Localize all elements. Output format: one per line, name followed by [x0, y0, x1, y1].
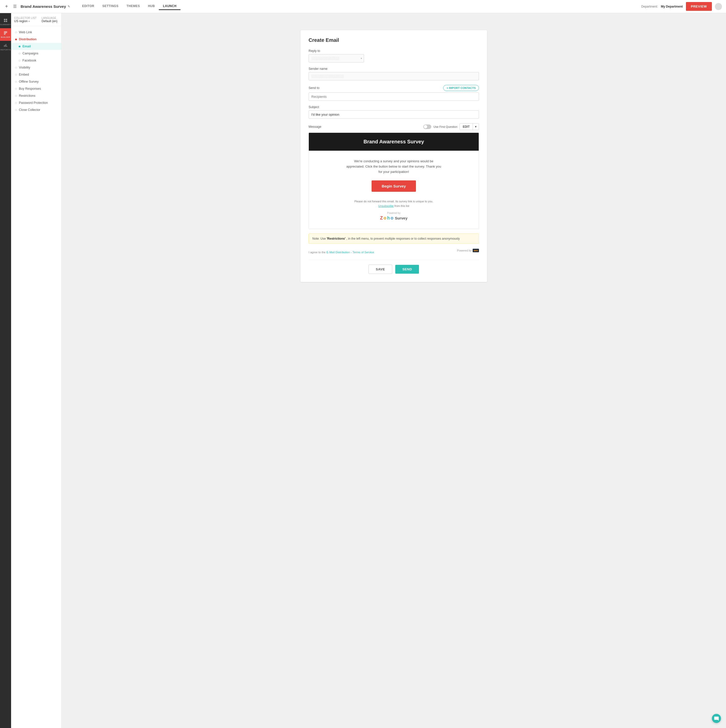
- send-to-group: Send to + IMPORT CONTACTS: [309, 85, 479, 101]
- svg-rect-0: [4, 19, 5, 20]
- nav-dot-embed: [15, 74, 17, 76]
- note-prefix: Note: Use: [312, 237, 327, 240]
- note-suffix: , in the left menu, to prevent multiple …: [346, 237, 460, 240]
- nav-dot-facebook: [18, 60, 20, 61]
- nav-dot-campaigns: [18, 53, 20, 54]
- svg-rect-3: [6, 21, 7, 22]
- collector-list-label: Collector List: [14, 17, 37, 19]
- reply-to-label: Reply to: [309, 49, 479, 53]
- edit-button-group: EDIT ▾: [459, 123, 479, 130]
- left-nav: Collector List US region ▾ Language Defa…: [11, 13, 61, 728]
- send-button[interactable]: SEND: [395, 265, 419, 274]
- note-highlight: 'Restrictions': [327, 237, 346, 240]
- powered-by-text: Powered by: [315, 212, 473, 214]
- survey-title: Brand Awareness Survey ✎: [21, 4, 70, 9]
- nav-dot-web-link: [15, 32, 17, 33]
- use-first-question-toggle[interactable]: [423, 124, 431, 129]
- nav-item-embed[interactable]: Embed: [11, 71, 61, 78]
- dept-value[interactable]: My Department: [661, 5, 683, 8]
- tos-footer: I agree to the E-Mail Distribution - Ter…: [309, 247, 479, 254]
- tos-prefix: I agree to the: [309, 251, 326, 254]
- tab-editor[interactable]: EDITOR: [78, 3, 98, 10]
- collector-list-field: Collector List US region ▾: [14, 17, 37, 23]
- reply-to-input[interactable]: [309, 54, 364, 63]
- language-field: Language Default (en): [41, 17, 57, 23]
- edit-message-dropdown[interactable]: ▾: [473, 124, 479, 130]
- nav-dot-email: [18, 46, 20, 47]
- tab-settings[interactable]: SETTINGS: [98, 3, 123, 10]
- send-to-header: Send to + IMPORT CONTACTS: [309, 85, 479, 91]
- sender-name-group: Sender name: [309, 67, 479, 80]
- tab-launch[interactable]: LAUNCH: [159, 3, 181, 10]
- tos-link[interactable]: E-Mail Distribution - Terms of Service: [326, 251, 374, 254]
- top-bar-left: + ☰ Brand Awareness Survey ✎ EDITOR SETT…: [4, 3, 641, 10]
- nav-item-facebook[interactable]: Facebook: [11, 57, 61, 64]
- recipients-input[interactable]: [309, 92, 479, 101]
- avatar[interactable]: [715, 3, 722, 10]
- nav-dot-visibility: [15, 67, 17, 69]
- tab-hub[interactable]: HUB: [144, 3, 159, 10]
- form-title: Create Email: [309, 37, 479, 43]
- message-header-right: Use First Question EDIT ▾: [423, 123, 479, 130]
- nav-dot-buy-responses: [15, 88, 17, 90]
- sidebar-item-builder[interactable]: BUILDER: [0, 28, 11, 41]
- subject-group: Subject: [309, 106, 479, 119]
- nav-item-restrictions[interactable]: Restrictions: [11, 92, 61, 99]
- sender-name-input[interactable]: [309, 72, 479, 80]
- import-contacts-button[interactable]: + IMPORT CONTACTS: [443, 85, 479, 91]
- zoho-logo: Z o h o Survey: [315, 216, 473, 221]
- sidebar-icons: SUMMARY BUILDER REPORTS: [0, 13, 11, 728]
- create-email-form: Create Email Reply to ▾ Sender name Send…: [300, 30, 487, 282]
- powered-by-aws-label: Powered by: [457, 249, 472, 252]
- nav-item-email[interactable]: Email: [11, 43, 61, 50]
- dept-label: Department:: [641, 5, 658, 8]
- email-footer-text: Please do not forward this email. Its su…: [315, 200, 473, 203]
- builder-icon-label: BUILDER: [1, 36, 10, 38]
- nav-item-distribution[interactable]: Distribution: [11, 36, 61, 43]
- add-button[interactable]: +: [4, 3, 9, 10]
- edit-title-icon[interactable]: ✎: [67, 5, 70, 8]
- nav-item-buy-responses[interactable]: Buy Responses: [11, 85, 61, 92]
- nav-item-web-link[interactable]: Web Link: [11, 29, 61, 36]
- tab-themes[interactable]: THEMES: [123, 3, 144, 10]
- collector-list-value[interactable]: US region ▾: [14, 19, 37, 23]
- send-to-label: Send to: [309, 86, 319, 90]
- preview-button[interactable]: PREVIEW: [686, 2, 712, 11]
- reports-icon-label: REPORTS: [0, 49, 11, 51]
- subject-label: Subject: [309, 106, 479, 109]
- email-survey-title: Brand Awareness Survey: [314, 139, 474, 145]
- email-body: We're conducting a survey and your opini…: [309, 151, 479, 229]
- language-label: Language: [41, 17, 57, 19]
- begin-survey-button[interactable]: Begin Survey: [372, 180, 416, 192]
- nav-dot-distribution: [15, 38, 17, 40]
- email-body-text: We're conducting a survey and your opini…: [346, 159, 442, 174]
- sidebar-item-reports[interactable]: REPORTS: [0, 41, 11, 54]
- nav-tabs: EDITOR SETTINGS THEMES HUB LAUNCH: [78, 3, 181, 10]
- unsubscribe-suffix: from this list: [394, 204, 409, 207]
- nav-item-close-collector[interactable]: Close Collector: [11, 106, 61, 113]
- hamburger-button[interactable]: ☰: [12, 3, 18, 10]
- message-header: Message Use First Question EDIT ▾: [309, 123, 479, 130]
- subject-input[interactable]: [309, 110, 479, 119]
- nav-item-offline-survey[interactable]: Offline Survey: [11, 78, 61, 85]
- nav-dot-restrictions: [15, 95, 17, 97]
- unsubscribe-link[interactable]: Unsubscribe: [378, 204, 394, 207]
- save-button[interactable]: SAVE: [369, 265, 392, 274]
- toggle-knob: [424, 125, 427, 128]
- nav-dot-password-protection: [15, 102, 17, 104]
- message-label: Message: [309, 125, 322, 128]
- use-first-question-label: Use First Question: [433, 125, 457, 128]
- note-box: Note: Use 'Restrictions' , in the left m…: [309, 234, 479, 244]
- nav-dot-close-collector: [15, 109, 17, 111]
- nav-item-campaigns[interactable]: Campaigns: [11, 50, 61, 57]
- sidebar-item-summary[interactable]: SUMMARY: [0, 15, 11, 28]
- chat-widget[interactable]: [712, 714, 721, 723]
- summary-icon-label: SUMMARY: [0, 23, 11, 26]
- nav-dot-offline-survey: [15, 81, 17, 83]
- top-bar: + ☰ Brand Awareness Survey ✎ EDITOR SETT…: [0, 0, 726, 13]
- nav-item-password-protection[interactable]: Password Protection: [11, 99, 61, 106]
- main-content: Create Email Reply to ▾ Sender name Send…: [61, 24, 726, 728]
- nav-item-visibility[interactable]: Visibility: [11, 64, 61, 71]
- edit-message-button[interactable]: EDIT: [460, 124, 473, 130]
- aws-logo: aws: [473, 249, 479, 252]
